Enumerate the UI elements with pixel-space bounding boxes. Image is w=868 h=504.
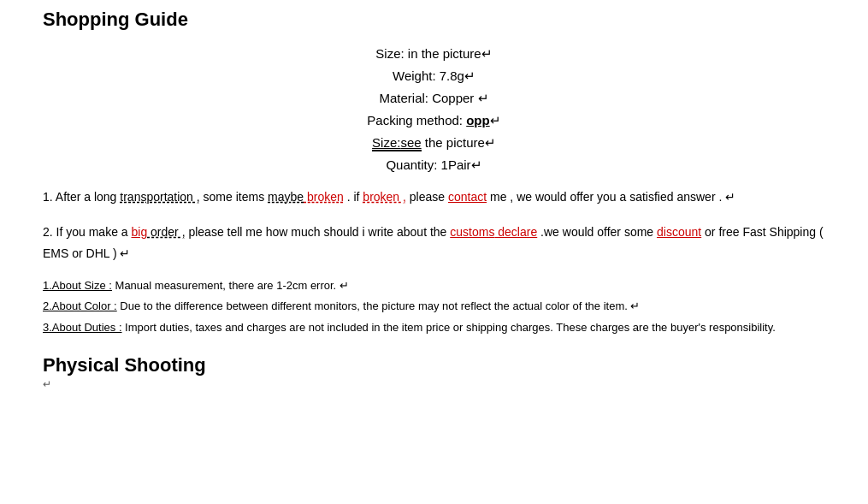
- physical-shooting-title: Physical Shooting: [43, 354, 825, 377]
- note1-label: 1.About Size :: [43, 279, 112, 292]
- note2: 2.About Color : Due to the difference be…: [43, 296, 825, 317]
- quantity-line: Quantity: 1Pair↵: [43, 157, 825, 173]
- note2-label: 2.About Color :: [43, 299, 117, 312]
- note3-text: Import duties, taxes and charges are not…: [122, 321, 776, 334]
- shopping-guide-title: Shopping Guide: [43, 9, 825, 31]
- paragraph2: 2. If you make a big order , please tell…: [43, 222, 825, 264]
- broken1-word: broken: [304, 190, 344, 204]
- paragraph1: 1. After a long transportation , some it…: [43, 187, 825, 208]
- small-notes-section: 1.About Size : Manual measurement, there…: [43, 276, 825, 339]
- transport-word: transportation ,: [120, 190, 199, 204]
- note3-label: 3.About Duties :: [43, 321, 122, 334]
- packing-label: Packing method:: [367, 113, 466, 127]
- material-line: Material: Copper ↵: [43, 91, 825, 106]
- return-arrow-after-physical: ↵: [43, 378, 825, 390]
- size-line: Size: in the picture↵: [43, 46, 825, 62]
- note2-text: Due to the difference between different …: [117, 299, 628, 312]
- para1-before-transport: 1. After a long: [43, 190, 120, 204]
- contact-word: contact: [448, 190, 487, 204]
- packing-line: Packing method: opp↵: [43, 113, 825, 128]
- maybe-word: maybe: [268, 190, 304, 204]
- note1-text: Manual measurement, there are 1-2cm erro…: [112, 279, 336, 292]
- weight-line: Weight: 7.8g↵: [43, 68, 825, 84]
- packing-value: opp: [466, 113, 490, 127]
- discount-word: discount: [657, 225, 701, 239]
- size-see-line: Size:see the picture↵: [43, 135, 825, 151]
- declare-word: declare: [494, 225, 537, 239]
- size-see-label: Size:see: [372, 135, 422, 151]
- customs-word: customs: [450, 225, 494, 239]
- note3: 3.About Duties : Import duties, taxes an…: [43, 317, 825, 339]
- big-word: big: [132, 225, 148, 239]
- order-word: order ,: [147, 225, 185, 239]
- note1: 1.About Size : Manual measurement, there…: [43, 276, 825, 297]
- broken2-word: broken ,: [363, 190, 406, 204]
